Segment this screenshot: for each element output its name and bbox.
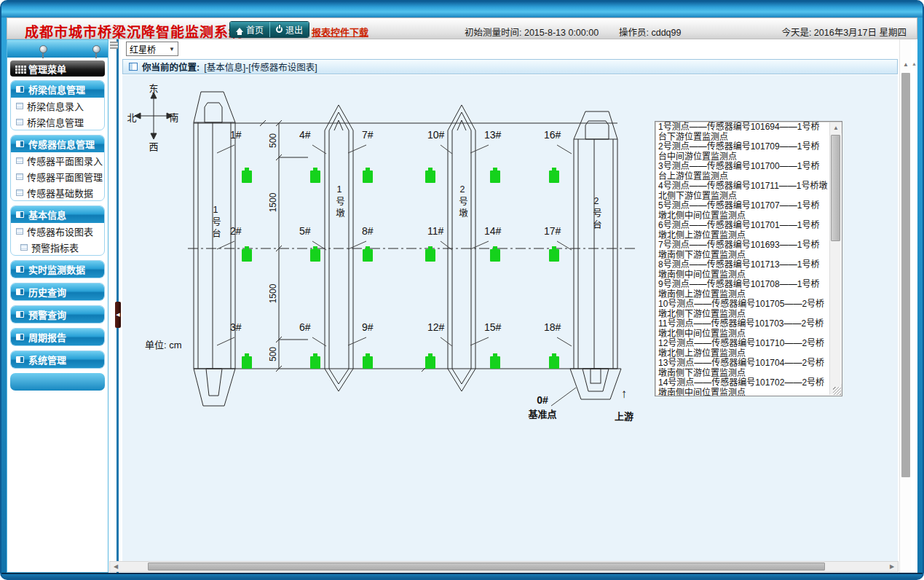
sidebar: 管理菜单 桥梁信息管理 桥梁信息录入 桥梁信息管理 <box>7 39 108 573</box>
toolbar: 红星桥 ▼ <box>121 39 899 59</box>
pin-icon[interactable] <box>92 45 100 53</box>
initial-time-label: 初始测量时间: <box>465 28 521 38</box>
list-item[interactable]: 5号测点——传感器编号101707——1号桥墩北侧中间位置监测点 <box>658 201 828 221</box>
dimension-label: 500 <box>268 128 278 153</box>
window-icon <box>16 141 24 147</box>
menu-group-label: 传感器信息管理 <box>28 137 95 151</box>
listbox-scrollbar[interactable]: ▲ ▼ <box>829 122 841 395</box>
scroll-up-icon[interactable]: ▲ <box>911 61 917 66</box>
list-item[interactable]: 3号测点——传感器编号101700——1号桥台上游位置监测点 <box>658 162 828 181</box>
today-date: 今天是: 2016年3月17日 星期四 <box>781 25 907 39</box>
menu-item-bridge-manage[interactable]: 桥梁信息管理 <box>11 114 104 130</box>
menu-group-header-history[interactable]: 历史查询 <box>11 283 104 300</box>
menu-item-sensor-layout-chart[interactable]: 传感器布设图表 <box>11 223 104 239</box>
upstream-arrow-icon: ↑ <box>614 387 634 401</box>
menu-group-header-realtime[interactable]: 实时监测数据 <box>11 261 104 278</box>
sensor-list: 1号测点——传感器编号101694——1号桥台下游位置监测点 2号测点——传感器… <box>655 122 829 396</box>
list-item[interactable]: 2号测点——传感器编号101709——1号桥台中间游位置监测点 <box>658 142 828 162</box>
menu-group-label: 周期报告 <box>28 330 66 344</box>
sensor-point-label: 14# <box>484 225 506 237</box>
listbox-scroll-thumb[interactable] <box>831 135 840 241</box>
breadcrumb-label: 你当前的位置: <box>142 60 200 74</box>
pin-icon[interactable] <box>39 45 47 53</box>
dimension-label: 1500 <box>268 190 278 215</box>
menu-item-bridge-entry[interactable]: 桥梁信息录入 <box>11 98 104 114</box>
dimension-label: 500 <box>268 342 278 367</box>
menu-group-header-bridge-info[interactable]: 桥梁信息管理 <box>11 81 104 98</box>
vertical-scrollbar[interactable]: ▲ <box>899 39 911 573</box>
window-icon <box>16 356 24 363</box>
form-icon <box>16 157 23 164</box>
report-control-download-link[interactable]: 报表控件下载 <box>312 25 368 39</box>
initial-time: 初始测量时间: 2015-8-13 0:00:00 <box>465 25 599 39</box>
vertical-scroll-thumb[interactable] <box>901 73 910 477</box>
menu-title-bar[interactable]: 管理菜单 <box>10 60 105 77</box>
menu-group-header-warning-query[interactable]: 预警查询 <box>11 306 104 323</box>
sensor-point-label: 2# <box>230 225 252 237</box>
list-item[interactable]: 13号测点——传感器编号101704——2号桥墩南侧下游位置监测点 <box>658 358 828 378</box>
menu-title-label: 管理菜单 <box>28 62 66 76</box>
menu-item-sensor-plan-entry[interactable]: 传感器平面图录入 <box>11 152 104 168</box>
menu-item-sensor-base-data[interactable]: 传感器基础数据 <box>11 184 104 200</box>
scroll-left-icon[interactable]: ◀ <box>111 562 121 571</box>
outer-scroll-strip[interactable]: ▲ <box>911 39 917 573</box>
sensor-point-label: 13# <box>484 129 506 141</box>
menu-group-bridge-info: 桥梁信息管理 桥梁信息录入 桥梁信息管理 <box>10 80 105 130</box>
list-item[interactable]: 11号测点——传感器编号101703——2号桥墩北侧中间位置监测点 <box>658 319 828 339</box>
form-icon <box>16 173 23 180</box>
splitter[interactable]: ◀ <box>108 39 121 573</box>
collapse-icon[interactable] <box>110 42 118 49</box>
menu-group-header-sensor-info[interactable]: 传感器信息管理 <box>11 136 104 152</box>
logout-button[interactable]: 退出 <box>269 22 309 37</box>
home-button[interactable]: 首页 <box>230 22 269 37</box>
menu-item-label: 传感器基础数据 <box>27 186 93 200</box>
window-frame-top <box>1 1 923 17</box>
form-icon <box>16 119 23 125</box>
today-label: 今天是: <box>781 28 811 38</box>
form-icon <box>20 244 28 251</box>
sensor-point-label: 9# <box>362 321 384 333</box>
compass-east: 东 <box>148 81 159 95</box>
sensor-point-label: 6# <box>299 321 321 333</box>
compass-west: 西 <box>148 139 159 153</box>
menu-item-warning-index[interactable]: 预警指标表 <box>11 239 104 255</box>
list-item[interactable]: 12号测点——传感器编号101710——2号桥墩北侧上游位置监测点 <box>658 339 828 358</box>
list-item[interactable]: 8号测点——传感器编号101713——1号桥墩南侧中间位置监测点 <box>658 260 828 280</box>
bridge-select[interactable]: 红星桥 ▼ <box>126 42 178 56</box>
breadcrumb: 你当前的位置: [基本信息]-[传感器布设图表] <box>122 59 898 74</box>
listbox-resize-grip[interactable] <box>833 387 841 395</box>
operator-label: 操作员: <box>619 28 649 38</box>
list-item[interactable]: 6号测点——传感器编号101701——1号桥墩北侧上游位置监测点 <box>658 221 828 240</box>
sensor-point-label: 12# <box>427 321 449 333</box>
scroll-right-icon[interactable]: ▶ <box>887 562 897 571</box>
menu-group-label: 系统管理 <box>28 353 66 367</box>
list-item[interactable]: 4号测点——传感器编号101711——1号桥墩北侧下游位置监测点 <box>658 181 828 201</box>
sensor-point-label: 17# <box>544 225 566 237</box>
menu-group-header-system[interactable]: 系统管理 <box>11 351 104 368</box>
menu-group-header-periodic-report[interactable]: 周期报告 <box>11 329 104 345</box>
splitter-grip[interactable]: ◀ <box>115 302 121 328</box>
list-item[interactable]: 9号测点——传感器编号101708——1号桥墩南侧上游位置监测点 <box>658 280 828 299</box>
list-item[interactable]: 10号测点——传感器编号101705——2号桥墩北侧下游位置监测点 <box>658 299 828 319</box>
compass-north: 北 <box>126 110 138 124</box>
horizontal-scroll-thumb[interactable] <box>148 563 825 571</box>
dimension-label: 1500 <box>268 281 278 306</box>
menu-group-label: 基本信息 <box>28 208 66 222</box>
scroll-up-icon[interactable]: ▲ <box>901 61 911 68</box>
sensor-point-label: 8# <box>362 225 384 237</box>
menu-item-sensor-plan-manage[interactable]: 传感器平面图管理 <box>11 168 104 184</box>
sensor-point-label: 3# <box>230 321 252 333</box>
menu-item-label: 传感器平面图录入 <box>27 154 103 168</box>
list-item[interactable]: 14号测点——传感器编号101702——2号桥墩南侧中间位置监测点 <box>658 378 828 396</box>
menu-group-header-basic-info[interactable]: 基本信息 <box>11 206 104 223</box>
list-item[interactable]: 7号测点——传感器编号101693——1号桥墩南侧下游位置监测点 <box>658 240 828 260</box>
sensor-description-listbox[interactable]: 1号测点——传感器编号101694——1号桥台下游位置监测点 2号测点——传感器… <box>655 121 842 396</box>
window-icon <box>16 266 24 273</box>
menu-group-periodic-report: 周期报告 <box>10 328 105 346</box>
main-column: 红星桥 ▼ 你当前的位置: [基本信息]-[传感器布设图表] <box>121 39 899 573</box>
list-item[interactable]: 1号测点——传感器编号101694——1号桥台下游位置监测点 <box>658 122 828 142</box>
leader-lines <box>217 145 576 406</box>
compass-south: 南 <box>168 110 180 124</box>
scroll-up-icon[interactable]: ▲ <box>830 122 842 133</box>
horizontal-scrollbar[interactable]: ◀ ▶ <box>109 561 899 572</box>
